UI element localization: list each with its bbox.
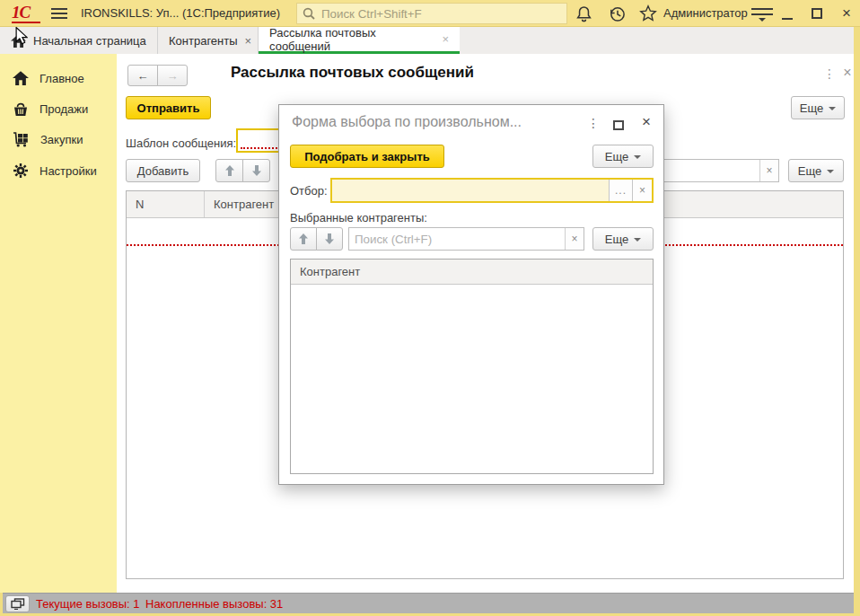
- page-title: Рассылка почтовых сообщений: [231, 59, 474, 86]
- template-field-label: Шаблон сообщения:: [126, 132, 236, 155]
- dialog-row-move-buttons: [290, 227, 343, 251]
- dialog-search-input[interactable]: [349, 228, 565, 250]
- dropdown-caret-icon: [827, 170, 834, 173]
- sidebar-item-label: Главное: [39, 72, 84, 85]
- tab-label: Рассылка почтовых сообщений: [269, 26, 434, 53]
- dropdown-caret-icon: [634, 238, 641, 242]
- clear-search-icon[interactable]: ×: [565, 228, 584, 250]
- current-user-label[interactable]: Администратор: [663, 0, 748, 27]
- form-more-button[interactable]: Еще: [791, 96, 845, 119]
- app-window: 1С IRONSKILLS: Уп... (1С:Предприятие) Ад…: [0, 0, 860, 616]
- sidebar-item-glavnoe[interactable]: Главное: [0, 65, 117, 92]
- sidebar: Главное Продажи Закупки Настройки: [0, 54, 117, 593]
- window-frame-left: [0, 593, 3, 616]
- sidebar-item-nastroyki[interactable]: Настройки: [0, 157, 117, 184]
- choose-ellipsis-icon[interactable]: ...: [609, 180, 632, 201]
- dropdown-caret-icon: [829, 107, 836, 110]
- dialog-maximize-icon[interactable]: [613, 120, 624, 130]
- purchases-cart-icon: [13, 132, 30, 147]
- tab-label: Начальная страница: [33, 34, 146, 48]
- sidebar-item-label: Настройки: [39, 164, 97, 178]
- tab-label: Контрагенты: [169, 34, 238, 48]
- global-search-input[interactable]: [320, 6, 561, 22]
- home-icon: [13, 71, 29, 85]
- nav-history-buttons: ← →: [127, 65, 188, 86]
- window-maximize-icon[interactable]: [812, 8, 822, 19]
- sidebar-item-label: Продажи: [39, 102, 88, 116]
- move-down-icon[interactable]: [316, 227, 343, 251]
- tab-kontragenty[interactable]: Контрагенты ×: [158, 27, 259, 54]
- sidebar-item-zakupki[interactable]: Закупки: [0, 126, 117, 153]
- tab-close-icon[interactable]: ×: [442, 33, 449, 45]
- performance-monitor-icon[interactable]: [5, 595, 30, 612]
- selected-kontragenty-table: Контрагент: [290, 259, 654, 474]
- notifications-bell-icon[interactable]: [574, 4, 593, 23]
- forward-arrow-icon[interactable]: →: [157, 65, 188, 86]
- pick-and-close-button[interactable]: Подобрать и закрыть: [290, 145, 444, 168]
- titlebar: 1С IRONSKILLS: Уп... (1С:Предприятие) Ад…: [0, 0, 860, 27]
- move-up-icon[interactable]: [215, 159, 243, 182]
- clear-filter-icon[interactable]: ×: [632, 180, 652, 201]
- tab-rassylka[interactable]: Рассылка почтовых сообщений ×: [259, 27, 460, 54]
- window-minimize-icon[interactable]: [780, 7, 794, 22]
- column-header-kontragent[interactable]: Контрагент: [291, 260, 653, 284]
- form-kebab-menu-icon[interactable]: ⋮: [823, 66, 836, 81]
- sales-basket-icon: [13, 101, 29, 117]
- dialog-more-button[interactable]: Еще: [592, 145, 654, 168]
- mouse-cursor: [15, 27, 28, 48]
- favorites-star-icon[interactable]: [638, 4, 658, 23]
- dialog-title: Форма выбора по произвольном...: [292, 114, 522, 130]
- window-close-icon[interactable]: ×: [838, 0, 856, 27]
- filter-input-group: ... ×: [330, 178, 654, 203]
- search-icon: [303, 7, 315, 20]
- dialog-list-more-button[interactable]: Еще: [592, 227, 654, 251]
- form-close-icon[interactable]: ×: [840, 65, 855, 81]
- send-button[interactable]: Отправить: [126, 96, 211, 119]
- 1c-logo-icon: 1С: [12, 4, 40, 23]
- service-menu-icon[interactable]: [751, 8, 773, 21]
- app-title: IRONSKILLS: Уп... (1С:Предприятие): [81, 0, 280, 27]
- list-more-button[interactable]: Еще: [788, 159, 844, 182]
- gear-icon: [13, 163, 29, 179]
- dialog-kebab-menu-icon[interactable]: ⋮: [587, 116, 598, 130]
- add-button[interactable]: Добавить: [126, 159, 200, 182]
- tab-close-icon[interactable]: ×: [245, 35, 252, 47]
- move-up-icon[interactable]: [290, 227, 317, 251]
- sidebar-item-prodazhi[interactable]: Продажи: [0, 95, 117, 122]
- window-frame-right: [854, 27, 860, 616]
- sidebar-item-label: Закупки: [40, 133, 83, 146]
- main-menu-icon[interactable]: [51, 8, 67, 19]
- history-icon[interactable]: [607, 4, 627, 23]
- selection-dialog: Форма выбора по произвольном... ⋮ × Подо…: [278, 104, 664, 485]
- clear-search-icon[interactable]: ×: [759, 160, 778, 181]
- current-calls-label: Текущие вызовы: 1: [36, 594, 140, 614]
- accumulated-calls-label: Накопленные вызовы: 31: [145, 594, 283, 614]
- dialog-search-box[interactable]: ×: [348, 227, 584, 251]
- filter-input[interactable]: [332, 180, 609, 201]
- column-header-n[interactable]: N: [127, 191, 205, 217]
- row-move-buttons: [215, 159, 270, 182]
- dropdown-caret-icon: [634, 155, 641, 159]
- filter-label: Отбор:: [290, 180, 328, 203]
- back-arrow-icon[interactable]: ←: [127, 65, 158, 86]
- global-search-box[interactable]: [296, 3, 567, 24]
- tab-bar: Начальная страница Контрагенты × Рассылк…: [0, 27, 860, 54]
- dialog-close-icon[interactable]: ×: [638, 113, 654, 133]
- move-down-icon[interactable]: [242, 159, 270, 182]
- status-bar: Текущие вызовы: 1 Накопленные вызовы: 31: [0, 593, 860, 613]
